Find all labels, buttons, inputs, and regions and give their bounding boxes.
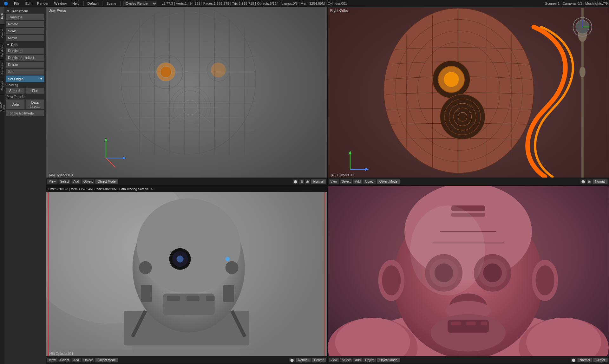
scene-label[interactable]: Scene — [104, 1, 119, 6]
svg-rect-87 — [223, 285, 234, 302]
render-engine-select[interactable]: Cycles Render Blender Render Blender Gam… — [123, 1, 157, 6]
bl-normal-btn[interactable]: Normal — [296, 358, 311, 362]
tab-tools[interactable]: Tools — [0, 7, 4, 24]
join-btn[interactable]: Join — [6, 68, 44, 75]
separator-2 — [102, 1, 102, 6]
data-layout-btn[interactable]: Data Layo... — [25, 99, 44, 109]
svg-point-23 — [211, 62, 226, 77]
set-origin-dropdown[interactable]: Set Origin ▾ — [6, 75, 44, 82]
svg-point-76 — [137, 198, 240, 294]
menu-help[interactable]: Help — [70, 1, 82, 6]
svg-rect-83 — [206, 296, 214, 301]
tl-normal-btn[interactable]: Normal — [311, 179, 326, 184]
delete-btn[interactable]: Delete — [6, 62, 44, 68]
tl-solid-icon[interactable]: ⬤ — [292, 179, 298, 184]
scene-info: v2.77.3 | Verts:1,494,553 | Faces:1,355,… — [162, 2, 347, 5]
menu-render[interactable]: Render — [35, 1, 51, 6]
set-origin-label: Set Origin — [8, 77, 23, 81]
viewport-tr-label: Right Ortho — [330, 9, 348, 12]
data-transfer-row: Data Data Layo... — [6, 99, 44, 109]
translate-btn[interactable]: Translate — [6, 14, 44, 20]
tl-wire-icon[interactable]: ⊞ — [299, 179, 304, 184]
br-add-btn[interactable]: Add — [353, 358, 363, 362]
tr-select-btn[interactable]: Select — [340, 179, 353, 184]
br-icons[interactable]: ⬤ — [571, 358, 577, 362]
edit-section-header[interactable]: ▼ Edit — [6, 42, 44, 48]
svg-point-54 — [440, 94, 485, 140]
render-info-bar: Time:02:08.62 | Mem:1157.94M, Peak:1182.… — [46, 186, 327, 192]
smooth-btn[interactable]: Smooth — [6, 88, 25, 94]
tr-mode-btn[interactable]: Object Mode — [377, 179, 400, 184]
svg-point-113 — [536, 265, 554, 296]
br-select-btn[interactable]: Select — [340, 358, 353, 362]
svg-point-102 — [483, 263, 502, 282]
bl-select-btn[interactable]: Select — [58, 358, 71, 362]
edit-arrow: ▼ — [6, 43, 10, 47]
menu-file[interactable]: File — [11, 1, 22, 6]
bl-center-btn[interactable]: Center — [311, 358, 326, 362]
tl-add-btn[interactable]: Add — [71, 179, 81, 184]
edit-label: Edit — [11, 43, 18, 47]
workspace-label[interactable]: Default — [85, 1, 101, 6]
tl-rendered-icon[interactable]: ◉ — [305, 179, 310, 184]
svg-point-88 — [226, 257, 230, 261]
tr-add-btn[interactable]: Add — [353, 179, 363, 184]
transform-section-header[interactable]: ▼ Transform — [6, 8, 44, 14]
svg-point-122 — [410, 205, 485, 296]
scale-btn[interactable]: Scale — [6, 28, 44, 34]
tab-animation[interactable]: Animation — [0, 59, 4, 77]
right-info: Scenes:1 | Cameras:0/2 | Meshlights:7/9 — [545, 2, 608, 5]
viewport-bl-statusbar: View Select Add Object Object Mode ⬤ Nor… — [46, 356, 327, 364]
wireframe-svg — [46, 7, 327, 185]
data-btn[interactable]: Data — [6, 99, 25, 109]
tr-solid-icon[interactable]: ⬤ — [580, 179, 586, 184]
br-normal-btn[interactable]: Normal — [577, 358, 593, 362]
viewport-top-right[interactable]: Right Ortho (46) Cylinder.001 View Selec… — [327, 7, 609, 185]
flat-btn[interactable]: Flat — [25, 88, 44, 94]
br-object-btn[interactable]: Object — [363, 358, 376, 362]
viewport-br-statusbar: View Select Add Object Object Mode ⬤ Nor… — [328, 356, 609, 364]
separator-3 — [120, 1, 121, 6]
svg-rect-107 — [451, 322, 461, 325]
viewport-bottom-left[interactable]: Time:02:08.62 | Mem:1157.94M, Peak:1182.… — [46, 185, 327, 364]
viewport-bottom-right[interactable]: View Select Add Object Object Mode ⬤ Nor… — [327, 185, 609, 364]
viewport-top-left[interactable]: User Persp (46) Cylinder.001 View Select… — [46, 7, 327, 185]
br-center-btn[interactable]: Center — [593, 358, 608, 362]
menu-blender[interactable]: 🔵 — [1, 1, 11, 6]
tab-physics[interactable]: Physics — [0, 77, 4, 94]
set-origin-arrow-icon: ▾ — [40, 77, 42, 81]
tab-relations[interactable]: Relations — [0, 42, 4, 59]
bl-icons[interactable]: ⬤ — [289, 358, 295, 362]
br-view-btn[interactable]: View — [329, 358, 339, 362]
tr-object-btn[interactable]: Object — [363, 179, 376, 184]
svg-point-84 — [139, 261, 152, 274]
tab-grease-pencil[interactable]: Grease Pencil — [0, 94, 4, 112]
tl-object-btn[interactable]: Object — [82, 179, 95, 184]
tl-mode-btn[interactable]: Object Mode — [95, 179, 118, 184]
rotate-btn[interactable]: Rotate — [6, 21, 44, 27]
clay-svg — [328, 186, 609, 364]
svg-rect-86 — [141, 285, 152, 302]
duplicate-btn[interactable]: Duplicate — [6, 48, 44, 54]
svg-rect-82 — [187, 296, 200, 301]
tr-view-btn[interactable]: View — [329, 179, 339, 184]
br-mode-btn[interactable]: Object Mode — [377, 358, 400, 362]
menu-edit[interactable]: Edit — [23, 1, 34, 6]
bl-view-btn[interactable]: View — [47, 358, 58, 362]
svg-point-61 — [580, 66, 586, 77]
toggle-editmode-btn[interactable]: Toggle Editmode — [6, 110, 44, 116]
svg-point-53 — [444, 72, 459, 87]
bl-object-btn[interactable]: Object — [82, 358, 95, 362]
duplicate-linked-btn[interactable]: Duplicate Linked — [6, 55, 44, 61]
tl-view-btn[interactable]: View — [47, 179, 58, 184]
tl-select-btn[interactable]: Select — [58, 179, 71, 184]
orange-wireframe-svg — [328, 7, 609, 185]
bl-mode-btn[interactable]: Object Mode — [95, 358, 118, 362]
bl-add-btn[interactable]: Add — [71, 358, 81, 362]
mirror-btn[interactable]: Mirror — [6, 35, 44, 41]
tr-wire-icon[interactable]: ⊞ — [587, 179, 592, 184]
render-svg — [46, 192, 327, 356]
menu-window[interactable]: Window — [52, 1, 69, 6]
tab-create[interactable]: Create — [0, 24, 4, 42]
tr-normal-btn[interactable]: Normal — [593, 179, 608, 184]
